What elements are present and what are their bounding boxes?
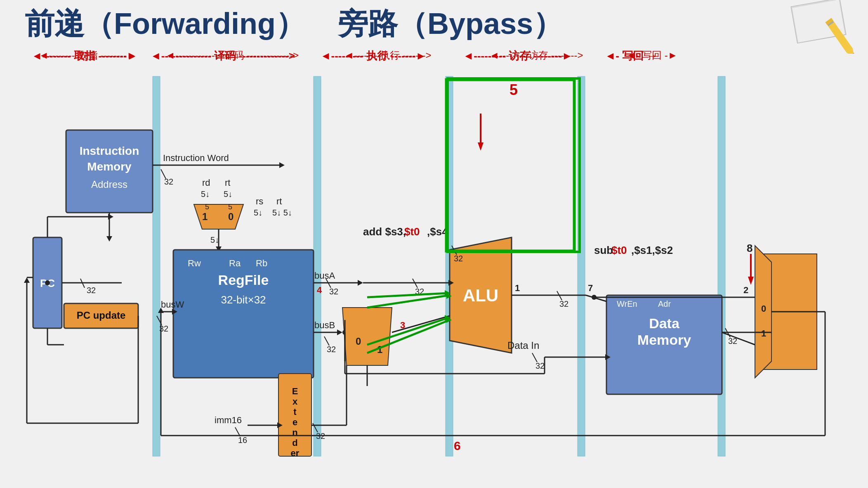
stage-decode: ◄-------------- 译码 --------------> [144, 49, 301, 63]
rf-label2: 32-bit×32 [221, 294, 266, 306]
32-alu-in: 32 [454, 254, 463, 263]
rs-label: rs [256, 196, 263, 206]
rt-bottom-label: rt [276, 196, 282, 206]
svg-line-49 [532, 353, 537, 362]
junction-pc [45, 280, 50, 285]
ra-label: Ra [229, 258, 241, 268]
title-part1: 前递（Forwarding） [25, 4, 305, 44]
5-rd: 5↓ [201, 190, 210, 199]
ext-e2: e [292, 417, 297, 427]
dm-label2: Memory [637, 332, 691, 348]
16-label: 16 [238, 436, 247, 445]
title-part2: 旁路（Bypass） [338, 4, 563, 44]
rb-label: Rb [256, 258, 267, 268]
sub-instr: sub [594, 244, 613, 256]
regfile-box [173, 250, 314, 378]
s4-label: ,$s4 [427, 225, 448, 238]
pencil-decoration [736, 0, 868, 54]
green-stage-box [446, 80, 574, 251]
mux-top-1: 1 [202, 211, 208, 222]
5a: 5 [205, 203, 209, 211]
red-arrow-8 [748, 277, 754, 285]
wren-label: WrEn [617, 299, 637, 308]
t0-sub-red: $t0 [611, 244, 627, 256]
svg-line-28 [324, 336, 329, 346]
stage-labels-row: ◄-------- 取指 --------► ◄-------------- 译… [25, 49, 856, 63]
5-rs: 5↓ [254, 208, 262, 217]
pipe-bar-2 [314, 76, 321, 456]
busb-label: busB [314, 320, 335, 330]
ext-er: er [291, 448, 300, 458]
stage-memory: ◄--------- 访存 --------► [446, 49, 590, 63]
ext-x: x [292, 396, 298, 407]
rw-label: Rw [188, 258, 201, 268]
ext-t: t [293, 407, 297, 417]
n1-label: 1 [515, 283, 520, 293]
32-busa: 32 [329, 287, 338, 296]
red-arrow-down [478, 142, 484, 151]
title-area: 前递（Forwarding） 旁路（Bypass） [25, 4, 563, 44]
pc-update-label: PC update [77, 310, 126, 321]
arrow-left-pc [24, 277, 30, 283]
arrow-down [106, 236, 112, 242]
sub-rest-label: ,$s1,$s2 [631, 244, 673, 256]
n4-label: 4 [317, 285, 322, 295]
pipe-bar-1 [153, 76, 160, 456]
im-label1: Instruction [80, 145, 139, 157]
rd-label: rd [202, 178, 210, 188]
im-label3: Address [91, 179, 127, 190]
pipe-bar-5 [718, 76, 725, 456]
mux-top-0: 0 [228, 211, 234, 222]
dm-label1: Data [649, 315, 680, 331]
stage-writeback: ◄- 写回 → [590, 49, 672, 63]
mux-final-1: 1 [761, 328, 766, 339]
32-alu-out: 32 [559, 299, 568, 308]
green-highlight-box [448, 78, 580, 252]
busa-label: busA [314, 270, 335, 281]
5b: 5 [228, 203, 232, 211]
mux-final-0: 0 [761, 303, 766, 314]
rf-label1: RegFile [218, 272, 269, 288]
ext-e: E [292, 386, 298, 396]
rt-top-label: rt [225, 178, 230, 188]
alu-label: ALU [463, 286, 498, 305]
imm16-label: imm16 [215, 415, 242, 425]
add-instr: add $s3, [363, 225, 406, 238]
n6-label: 6 [454, 439, 461, 452]
busb-arrow [337, 329, 342, 335]
svg-line-58 [722, 332, 755, 345]
stage-fetch: ◄-------- 取指 --------► [25, 49, 144, 63]
t0-red: $t0 [404, 225, 420, 238]
busw-label: busW [161, 299, 184, 310]
n7-label: 7 [588, 283, 593, 293]
mux-busb [342, 308, 392, 365]
n5-label: 5 [509, 81, 518, 98]
adr-label: Adr [658, 299, 671, 308]
stage-execute: ◄--------- 执行 -------► [301, 49, 446, 63]
main-diagram: Instruction Memory Address PC PC update … [0, 64, 868, 488]
32-data-in: 32 [535, 361, 545, 370]
5-5-rt: 5↓ 5↓ [272, 208, 292, 217]
busa-arrow [358, 280, 363, 286]
mux-top [194, 204, 243, 229]
32-busb: 32 [327, 345, 336, 354]
n3-label: 3 [400, 320, 405, 330]
ext-d: d [292, 438, 297, 448]
data-in-label: Data In [507, 340, 539, 351]
iw-label: Instruction Word [163, 153, 229, 163]
label-32-iw: 32 [164, 177, 173, 186]
arrow-iw [279, 162, 285, 168]
n8-label: 8 [747, 242, 752, 254]
mux-busb-0: 0 [356, 336, 361, 347]
5-mux-out: 5↓ [210, 235, 219, 244]
label-32-pc: 32 [87, 286, 96, 295]
im-label2: Memory [87, 160, 132, 173]
5-rt-top: 5↓ [224, 190, 232, 199]
n2-label: 2 [743, 285, 748, 295]
